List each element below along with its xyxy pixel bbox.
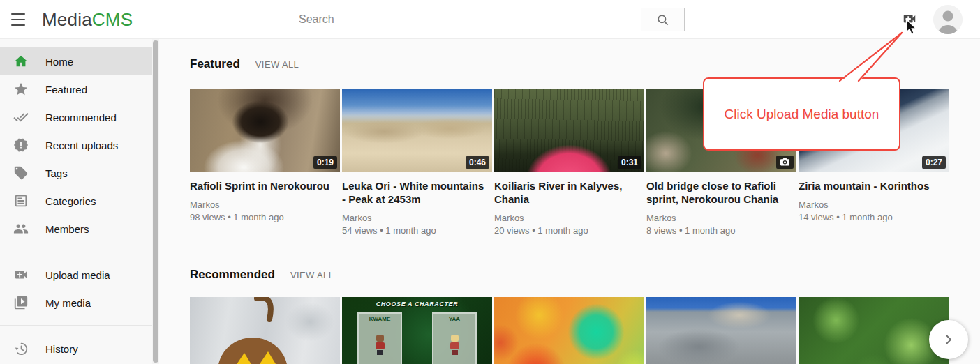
sidebar-item-label: Recent uploads	[45, 139, 118, 151]
search-bar	[290, 8, 685, 31]
media-author-link[interactable]: Markos	[342, 212, 487, 225]
duration-badge: 0:27	[922, 156, 946, 169]
section-title: Featured	[190, 57, 240, 71]
media-card: 0:31 Koiliaris River in Kalyves, Chania …	[494, 89, 644, 237]
sidebar-item-my-media[interactable]: My media	[0, 289, 152, 317]
section-title: Recommended	[190, 268, 275, 282]
duration-badge: 0:31	[618, 156, 641, 169]
star-icon	[13, 81, 29, 98]
photo-badge	[776, 156, 794, 169]
history-icon	[13, 340, 29, 357]
media-meta: 98 views • 1 month ago	[190, 211, 334, 224]
media-title-link[interactable]: Old bridge close to Rafioli sprint, Nero…	[646, 179, 791, 206]
members-icon	[13, 220, 29, 237]
search-input[interactable]	[290, 8, 641, 31]
sidebar-item-tags[interactable]: Tags	[0, 159, 152, 187]
video-thumbnail-waterfall[interactable]: 0:19	[190, 89, 340, 172]
video-thumbnail-green-leaves[interactable]	[799, 297, 949, 364]
sidebar-item-label: Upload media	[45, 269, 110, 281]
sidebar-item-label: Tags	[45, 167, 68, 179]
media-card: CHOOSE A CHARACTER KWAME Selected YAA	[342, 297, 492, 364]
media-meta: 14 views • 1 month ago	[799, 211, 943, 224]
character-name: YAA	[433, 314, 475, 322]
video-library-icon	[13, 294, 29, 311]
media-title-link[interactable]: Rafioli Sprint in Nerokourou	[190, 179, 334, 192]
featured-view-all-link[interactable]: VIEW ALL	[255, 59, 299, 70]
media-card	[190, 297, 340, 364]
media-author-link[interactable]: Markos	[494, 212, 639, 225]
media-card	[646, 297, 796, 364]
sidebar-item-featured[interactable]: Featured	[0, 75, 152, 103]
media-card	[494, 297, 644, 364]
menu-toggle-icon[interactable]	[11, 13, 27, 26]
character-sprite-kwame	[374, 335, 385, 356]
sidebar-item-history[interactable]: History	[0, 335, 152, 363]
media-title-link[interactable]: Ziria mountain - Korinthos	[799, 179, 943, 192]
logo-cms-text: CMS	[92, 9, 133, 30]
annotation-tooltip: Click Upload Media button	[703, 77, 900, 151]
sidebar: Home Featured Recommended Recent uploads…	[0, 39, 159, 364]
app-logo[interactable]: MediaCMS	[42, 0, 133, 39]
sidebar-item-upload-media[interactable]: Upload media	[0, 261, 152, 289]
person-icon	[933, 5, 963, 34]
media-meta: 54 views • 1 month ago	[342, 225, 487, 237]
media-card: 0:19 Rafioli Sprint in Nerokourou Markos…	[190, 89, 340, 237]
sidebar-item-home[interactable]: Home	[0, 47, 152, 75]
sidebar-item-recent-uploads[interactable]: Recent uploads	[0, 131, 152, 159]
sidebar-item-label: Recommended	[45, 112, 117, 123]
new-releases-icon	[13, 137, 29, 153]
video-call-icon	[13, 266, 29, 283]
media-meta: 20 views • 1 month ago	[494, 225, 639, 237]
media-author-link[interactable]: Markos	[190, 199, 334, 211]
sidebar-item-members[interactable]: Members	[0, 215, 152, 243]
character-name: KWAME	[359, 314, 401, 322]
video-thumbnail-desert-mountains[interactable]: 0:46	[342, 89, 492, 172]
pumpkin-illustration	[190, 297, 340, 364]
game-screen-title: CHOOSE A CHARACTER	[342, 301, 492, 308]
recommended-cards-row: CHOOSE A CHARACTER KWAME Selected YAA	[190, 297, 980, 364]
annotation-pointer	[831, 28, 909, 84]
sidebar-item-recommended[interactable]: Recommended	[0, 103, 152, 131]
video-thumbnail-pumpkin-craft[interactable]	[190, 297, 340, 364]
video-thumbnail-rocky-mountain[interactable]	[646, 297, 796, 364]
character-panel-left: KWAME Selected	[357, 312, 402, 364]
video-thumbnail-kayak-river[interactable]: 0:31	[494, 89, 644, 172]
done-all-icon	[13, 109, 29, 126]
sidebar-item-label: History	[45, 343, 78, 355]
sidebar-item-label: Home	[45, 56, 73, 68]
video-thumbnail-game-character-select[interactable]: CHOOSE A CHARACTER KWAME Selected YAA	[342, 297, 492, 364]
tag-icon	[13, 165, 29, 181]
mouse-cursor	[905, 19, 919, 37]
sidebar-scrollbar-track	[152, 39, 159, 364]
sidebar-item-label: Categories	[45, 195, 96, 207]
video-thumbnail-abstract-colors[interactable]	[494, 297, 644, 364]
media-meta: 8 views • 1 month ago	[646, 225, 791, 237]
recommended-view-all-link[interactable]: VIEW ALL	[290, 270, 334, 280]
search-icon	[656, 13, 669, 26]
carousel-next-button[interactable]	[929, 320, 968, 359]
character-sprite-yaa	[449, 335, 460, 356]
search-button[interactable]	[641, 8, 684, 31]
categories-icon	[13, 192, 29, 209]
sidebar-item-label: Members	[45, 223, 89, 235]
duration-badge: 0:46	[466, 156, 489, 169]
logo-media-text: Media	[42, 9, 92, 30]
chevron-right-icon	[942, 333, 955, 346]
recommended-section-header: Recommended VIEW ALL	[190, 237, 980, 297]
media-title-link[interactable]: Leuka Ori - White mountains - Peak at 24…	[342, 179, 487, 206]
camera-icon	[780, 158, 789, 166]
media-card	[799, 297, 949, 364]
home-icon	[13, 53, 29, 70]
media-card: 0:46 Leuka Ori - White mountains - Peak …	[342, 89, 492, 237]
media-author-link[interactable]: Markos	[646, 212, 791, 225]
sidebar-item-label: My media	[45, 297, 91, 309]
annotation-text: Click Upload Media button	[725, 107, 879, 122]
sidebar-item-label: Featured	[45, 84, 87, 96]
sidebar-scrollbar-thumb[interactable]	[153, 40, 158, 363]
character-panel-right: YAA Select	[432, 312, 477, 364]
media-author-link[interactable]: Markos	[799, 199, 943, 211]
sidebar-item-categories[interactable]: Categories	[0, 187, 152, 215]
duration-badge: 0:19	[313, 156, 337, 169]
media-title-link[interactable]: Koiliaris River in Kalyves, Chania	[494, 179, 639, 206]
user-avatar[interactable]	[933, 5, 963, 34]
